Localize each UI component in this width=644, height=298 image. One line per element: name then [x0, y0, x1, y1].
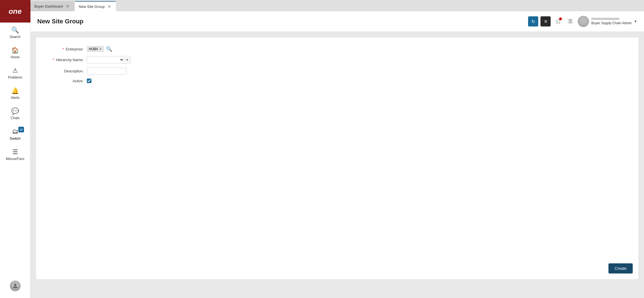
sidebar-item-alerts[interactable]: 🔔 Alerts — [0, 83, 30, 104]
sidebar-item-chats[interactable]: 💬 Chats — [0, 104, 30, 124]
hamburger-icon: ☰ — [568, 18, 573, 25]
close-button[interactable]: ✕ — [540, 16, 551, 26]
hamburger-button[interactable]: ☰ — [565, 16, 575, 26]
tab-close-new-site-group[interactable]: ✕ — [107, 4, 112, 9]
close-icon: ✕ — [544, 19, 548, 24]
svg-point-0 — [14, 284, 16, 286]
tab-label-new-site-group: New Site Group — [79, 5, 105, 9]
sidebar-item-search[interactable]: 🔍 Search — [0, 23, 30, 43]
refresh-button[interactable]: ↻ — [528, 16, 538, 26]
switch-badge: ⇄ — [18, 127, 24, 132]
user-name-placeholder — [591, 18, 619, 20]
sidebar-label-problems: Problems — [8, 75, 22, 79]
sidebar-label-chats: Chats — [11, 116, 19, 120]
content-area: * Enterprise: HUB4 ✕ 🔍 * Hierarchy Name: — [30, 32, 644, 298]
enterprise-tag-value: HUB4 — [89, 47, 98, 51]
hierarchy-select-wrapper: ▼ — [87, 56, 131, 64]
user-area[interactable]: Buyer Supply Chain Admin ▼ — [578, 16, 637, 27]
page-title: New Site Group — [37, 18, 528, 25]
user-dropdown-arrow[interactable]: ▼ — [634, 19, 637, 23]
form-card: * Enterprise: HUB4 ✕ 🔍 * Hierarchy Name: — [36, 37, 638, 279]
tab-new-site-group[interactable]: New Site Group ✕ — [75, 1, 116, 11]
sidebar-item-menus[interactable]: ☰ Menus/Favs — [0, 144, 30, 165]
sidebar-item-switch[interactable]: 🗂 ⇄ Switch — [0, 124, 30, 144]
user-role: Buyer Supply Chain Admin — [591, 21, 632, 25]
sidebar-label-menus: Menus/Favs — [6, 157, 24, 161]
sidebar-label-alerts: Alerts — [11, 96, 19, 100]
enterprise-tag: HUB4 ✕ — [87, 46, 104, 52]
tab-label-buyer-dashboard: Buyer Dashboard — [34, 4, 63, 8]
hierarchy-required-star: * — [53, 58, 54, 62]
sidebar-item-home[interactable]: 🏠 Home — [0, 43, 30, 63]
hierarchy-name-row: * Hierarchy Name: ▼ — [42, 56, 633, 64]
hierarchy-name-select[interactable] — [87, 56, 124, 63]
problems-icon: ⚠ — [12, 67, 18, 74]
page-header: New Site Group ↻ ✕ ☆ ☰ Buyer Sup — [30, 11, 644, 32]
logo-text: one — [8, 7, 21, 16]
main-container: Buyer Dashboard ✕ New Site Group ✕ New S… — [30, 0, 644, 298]
description-row: Description: — [42, 68, 633, 75]
menus-icon: ☰ — [12, 148, 18, 156]
alerts-icon: 🔔 — [11, 87, 19, 95]
sidebar: one 🔍 Search 🏠 Home ⚠ Problems 🔔 Alerts … — [0, 0, 30, 298]
sidebar-label-switch: Switch — [10, 136, 20, 141]
avatar — [578, 16, 589, 27]
enterprise-row: * Enterprise: HUB4 ✕ 🔍 — [42, 46, 633, 52]
user-avatar-sidebar[interactable] — [0, 277, 30, 295]
home-icon: 🏠 — [11, 47, 19, 54]
switch-icon: 🗂 — [12, 128, 18, 135]
enterprise-tag-remove[interactable]: ✕ — [99, 47, 102, 51]
avatar-image — [578, 16, 589, 27]
enterprise-search-icon[interactable]: 🔍 — [106, 46, 112, 52]
enterprise-field: HUB4 ✕ 🔍 — [87, 46, 112, 52]
notification-star[interactable]: ☆ — [553, 16, 563, 26]
sidebar-bottom — [0, 277, 30, 298]
sidebar-item-problems[interactable]: ⚠ Problems — [0, 63, 30, 83]
notification-badge — [559, 17, 562, 21]
active-checkbox[interactable] — [87, 79, 91, 83]
tabs-bar: Buyer Dashboard ✕ New Site Group ✕ — [30, 0, 644, 11]
enterprise-label: * Enterprise: — [42, 47, 87, 51]
tab-close-buyer-dashboard[interactable]: ✕ — [65, 4, 70, 9]
create-button[interactable]: Create — [608, 263, 633, 273]
description-label: Description: — [42, 69, 87, 73]
refresh-icon: ↻ — [531, 19, 535, 24]
user-info: Buyer Supply Chain Admin — [591, 18, 632, 25]
description-input[interactable] — [87, 68, 126, 75]
search-icon: 🔍 — [11, 26, 19, 34]
header-actions: ↻ ✕ ☆ ☰ Buyer Supply Chain Admin ▼ — [528, 16, 637, 27]
sidebar-avatar — [10, 281, 21, 291]
sidebar-label-home: Home — [10, 55, 19, 59]
hierarchy-select-arrow[interactable]: ▼ — [124, 57, 130, 63]
sidebar-label-search: Search — [10, 35, 20, 39]
active-row: Active: — [42, 79, 633, 83]
enterprise-required-star: * — [62, 47, 64, 51]
active-label: Active: — [42, 79, 87, 83]
hierarchy-label: * Hierarchy Name: — [42, 58, 87, 62]
app-logo[interactable]: one — [0, 0, 30, 23]
tab-buyer-dashboard[interactable]: Buyer Dashboard ✕ — [30, 1, 74, 11]
chats-icon: 💬 — [11, 108, 19, 115]
